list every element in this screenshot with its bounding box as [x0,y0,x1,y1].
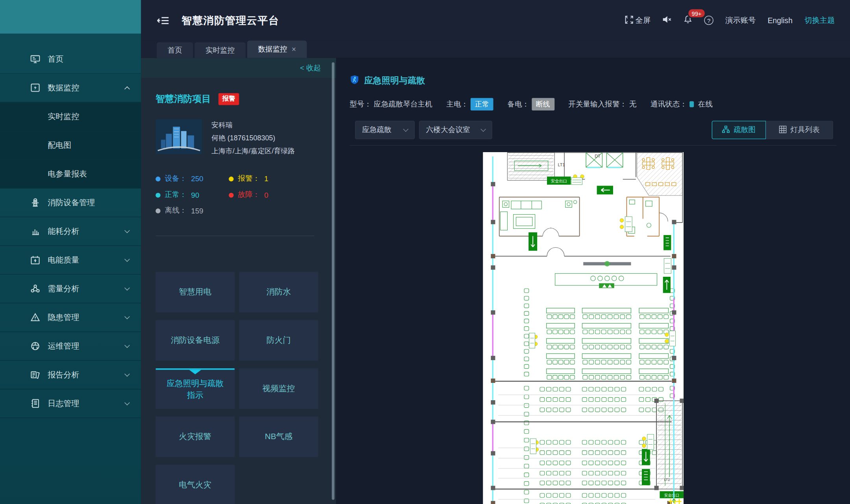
svg-text:LT1: LT1 [558,162,565,167]
theme-toggle[interactable]: 切换主题 [804,15,835,25]
stat-dot [229,193,233,197]
evacuation-shield-icon [350,75,360,86]
project-thumbnail [155,119,202,155]
panel-toolbar: < 收起 [141,58,336,78]
system-select[interactable]: 应急疏散 [355,121,415,139]
close-tab-icon[interactable]: × [292,45,296,53]
sidebar-item-ops-management[interactable]: 运维管理 [0,332,141,361]
sidebar-item-log-management[interactable]: 日志管理 [0,389,141,418]
speaker-muted-icon [662,15,671,26]
tile-electrical-fire[interactable]: 电气火灾 [155,465,235,504]
stat-offline: 离线：159 [155,206,203,215]
help-button[interactable]: ? [704,16,713,25]
project-panel: < 收起 智慧消防项目 报警 安科瑞 何艳 (18761508305) 上海市/… [141,58,336,504]
notifications-button[interactable]: 99+ [684,15,692,26]
sidebar-item-report-analysis[interactable]: 报告分析 [0,361,141,389]
chevron-down-icon [403,127,408,132]
tile-smart-power[interactable]: 智慧用电 [155,272,235,313]
mute-button[interactable] [662,15,671,26]
collapse-panel-button[interactable]: < 收起 [300,63,321,73]
fullscreen-button[interactable]: 全屏 [625,15,650,25]
tile-fire-door[interactable]: 防火门 [239,320,318,361]
main-power-field: 主电： 正常 [446,98,493,110]
tile-fire-alarm[interactable]: 火灾报警 [155,416,235,457]
model-value: 应急疏散琴台主机 [374,99,432,109]
sidebar-item-demand-analysis[interactable]: 需量分析 [0,274,141,303]
account-menu[interactable]: 演示账号 [725,15,756,25]
tab-data-monitor[interactable]: 数据监控 × [247,40,307,58]
di-alarm-field: 开关量输入报警： 无 [568,99,636,109]
di-alarm-value: 无 [629,99,637,109]
sidebar-item-label: 数据监控 [48,83,79,93]
project-info: 安科瑞 何艳 (18761508305) 上海市/上海/嘉定区/育绿路 [211,119,295,158]
tab-bar: 首页 实时监控 数据监控 × [141,40,850,58]
stat-dot [155,176,160,181]
tile-fire-water[interactable]: 消防水 [239,272,318,313]
chevron-down-icon [124,371,130,377]
evacuation-plan-view-button[interactable]: 疏散图 [712,121,766,139]
floor-plan-container: LT1 DT [483,152,684,504]
room-select[interactable]: 六楼大会议室 [419,121,492,139]
panel-scrollbar[interactable] [332,62,334,500]
tile-fire-equipment-power[interactable]: 消防设备电源 [155,320,235,361]
bar-chart-icon [30,226,40,236]
alarm-status-badge: 报警 [218,93,239,105]
project-header: 智慧消防项目 报警 [155,93,239,105]
sidebar-item-home[interactable]: 首页 [0,45,141,74]
fire-hydrant-icon [30,198,40,208]
device-status-row: 型号： 应急疏散琴台主机 主电： 正常 备电： 断线 开关量输入报警： 无 通讯… [350,98,713,110]
sidebar-item-realtime-monitor[interactable]: 实时监控 [0,102,141,131]
sidebar-item-data-monitor[interactable]: 数据监控 [0,74,141,102]
sidebar-item-energy-analysis[interactable]: 能耗分析 [0,217,141,246]
model-field: 型号： 应急疏散琴台主机 [350,99,432,109]
logo [0,0,141,33]
language-switch[interactable]: English [768,16,793,25]
nodes-icon [30,284,40,294]
tab-home[interactable]: 首页 [157,42,193,58]
svg-text:DT: DT [595,154,601,158]
notification-badge: 99+ [687,8,706,18]
tile-nb-gas[interactable]: NB气感 [239,416,318,457]
main-content: 应急照明与疏散 型号： 应急疏散琴台主机 主电： 正常 备电： 断线 开关量输入… [336,58,850,504]
stat-faults: 故障：0 [229,190,268,200]
sidebar-item-label: 首页 [48,54,63,64]
tab-realtime-monitor[interactable]: 实时监控 [195,42,246,58]
floor-plan: LT1 DT [483,152,684,504]
stat-alarms: 报警：1 [229,174,268,184]
tile-emergency-lighting[interactable]: 应急照明与疏散指示 [155,368,235,409]
stat-dot [155,193,160,197]
comm-status-value: 在线 [698,99,713,109]
tile-video-monitor[interactable]: 视频监控 [239,368,318,409]
svg-text:安全出口: 安全出口 [551,179,567,183]
comm-status-field: 通讯状态： 在线 [650,99,713,109]
chevron-down-icon [124,314,130,319]
divider [155,235,314,236]
sidebar-nav: 首页 数据监控 实时监控 配电图 电参量报表 [0,45,141,418]
chevron-up-icon [124,86,130,92]
online-indicator [689,101,694,107]
report-icon [30,370,40,380]
sidebar-item-power-diagram[interactable]: 配电图 [0,131,141,160]
collapse-menu-icon[interactable] [157,15,169,25]
sidebar-item-hazard-management[interactable]: 隐患管理 [0,303,141,332]
project-contact: 何艳 (18761508305) [211,132,295,145]
stat-dot [155,208,160,213]
svg-text:安全出口: 安全出口 [664,493,680,497]
sidebar-item-electrical-report[interactable]: 电参量报表 [0,160,141,188]
app-title: 智慧消防管理云平台 [181,13,279,28]
chevron-down-icon [124,285,130,291]
section-header: 应急照明与疏散 [350,75,425,86]
header: 智慧消防管理云平台 全屏 99+ ? 演示账号 English [141,0,850,40]
sidebar-item-power-quality[interactable]: 电能质量 [0,246,141,274]
lamp-list-view-button[interactable]: 灯具列表 [766,121,833,139]
chevron-down-icon [124,228,130,233]
backup-power-field: 备电： 断线 [507,98,554,110]
table-grid-icon [779,125,787,134]
chevron-down-icon [480,127,486,132]
project-title: 智慧消防项目 [155,93,211,105]
calendar-bolt-icon [30,255,40,265]
sidebar-item-fire-equipment[interactable]: 消防设备管理 [0,188,141,217]
home-icon [30,54,40,64]
project-company: 安科瑞 [211,119,295,132]
subsystem-tiles: 智慧用电 消防水 消防设备电源 防火门 应急照明与疏散指示 视频监控 火灾报警 … [155,272,318,504]
